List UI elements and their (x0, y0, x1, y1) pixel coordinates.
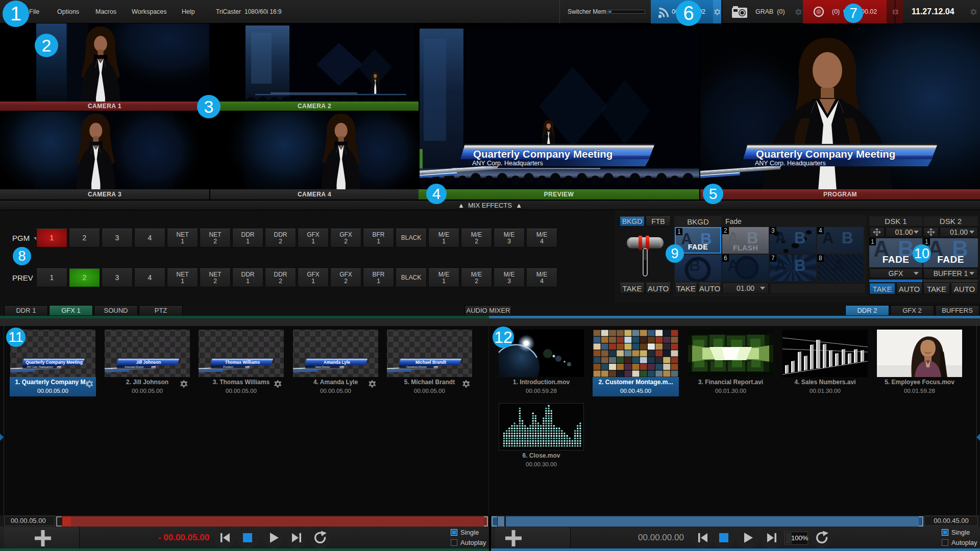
svg-text:Quarterly Company Meeting: Quarterly Company Meeting (26, 360, 83, 365)
svg-text:ANY Corp. Headquarters: ANY Corp. Headquarters (755, 160, 826, 167)
svg-text:Quarterly Company Meeting: Quarterly Company Meeting (473, 148, 612, 160)
svg-text:Sales Director: Sales Director (315, 366, 330, 368)
svg-text:Operations Director: Operations Director (406, 366, 427, 368)
svg-text:Associate Director: Associate Director (125, 366, 144, 368)
svg-text:ANY Corp. Headquarters: ANY Corp. Headquarters (27, 366, 54, 368)
svg-text:Thomas Williams: Thomas Williams (225, 360, 260, 365)
svg-text:ANY Corp. Headquarters: ANY Corp. Headquarters (472, 160, 543, 167)
svg-text:Jill Johnson: Jill Johnson (136, 360, 161, 365)
svg-text:Quarterly Company Meeting: Quarterly Company Meeting (756, 148, 895, 160)
svg-text:President: President (223, 366, 233, 368)
svg-text:Michael Brandt: Michael Brandt (415, 360, 446, 365)
svg-text:Amanda Lyle: Amanda Lyle (324, 360, 350, 365)
